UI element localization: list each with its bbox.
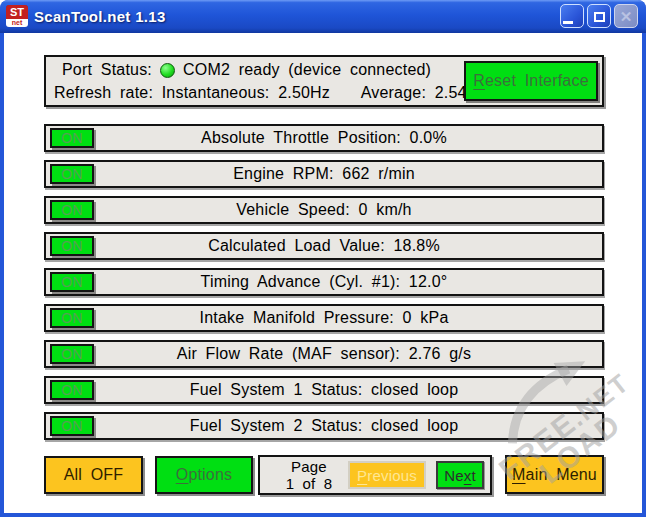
next-label-post: t [471,467,475,484]
window-controls: ✕ [560,4,638,28]
previous-button[interactable]: Previous [348,461,426,489]
sensor-row: ON Fuel System 2 Status: closed loop [44,412,604,440]
port-status-label: Port Status: [62,61,152,79]
sensor-label: Vehicle Speed: 0 km/h [46,198,602,222]
maximize-icon [594,12,605,22]
sensor-row: ON Fuel System 1 Status: closed loop [44,376,604,404]
app-icon-text: ST [6,5,28,19]
minimize-button[interactable] [560,4,584,28]
client-area: Port Status: COM2 ready (device connecte… [4,33,642,513]
close-button[interactable]: ✕ [614,4,638,28]
sensor-label: Air Flow Rate (MAF sensor): 2.76 g/s [46,342,602,366]
main-menu-mnemonic: M [512,466,526,483]
next-button[interactable]: Next [436,461,484,489]
port-status-value: COM2 ready (device connected) [183,61,431,79]
port-status-panel: Port Status: COM2 ready (device connecte… [44,55,604,107]
sensor-row: ON Intake Manifold Pressure: 0 kPa [44,304,604,332]
reset-button-label: eset Interface [485,72,589,89]
main-menu-button[interactable]: Main Menu [505,455,604,494]
close-icon: ✕ [620,9,633,24]
window-title: ScanTool.net 1.13 [34,0,166,33]
all-off-button[interactable]: All OFF [44,456,143,494]
page-panel: Page 1 of 8 Previous Next [258,455,492,495]
page-label: Page [272,458,346,475]
app-icon-subtext: net [6,19,28,27]
sensor-label: Calculated Load Value: 18.8% [46,234,602,258]
sensor-label: Fuel System 1 Status: closed loop [46,378,602,402]
status-led-icon [160,63,175,78]
title-bar[interactable]: ST net ScanTool.net 1.13 ✕ [0,0,646,33]
maximize-button[interactable] [587,4,611,28]
sensor-label: Engine RPM: 662 r/min [46,162,602,186]
port-status-line: Port Status: COM2 ready (device connecte… [62,61,431,79]
sensor-row: ON Vehicle Speed: 0 km/h [44,196,604,224]
sensor-label: Intake Manifold Pressure: 0 kPa [46,306,602,330]
sensor-label: Absolute Throttle Position: 0.0% [46,126,602,150]
sensor-row: ON Air Flow Rate (MAF sensor): 2.76 g/s [44,340,604,368]
page-value: 1 of 8 [272,475,346,492]
minimize-icon [563,21,573,24]
options-label: ptions [188,466,232,483]
app-window: ST net ScanTool.net 1.13 ✕ Port Status: … [0,0,646,517]
reset-button-mnemonic: R [473,72,485,89]
previous-mnemonic: P [357,467,367,484]
reset-interface-button[interactable]: Reset Interface [464,61,598,101]
refresh-rate-line: Refresh rate: Instantaneous: 2.50Hz Aver… [54,84,487,102]
page-indicator: Page 1 of 8 [272,458,346,492]
main-menu-label: ain Menu [526,466,597,483]
sensor-row: ON Absolute Throttle Position: 0.0% [44,124,604,152]
options-button[interactable]: Options [155,456,253,494]
refresh-rate-label: Refresh rate: Instantaneous: 2.50Hz [54,84,330,101]
sensor-label: Timing Advance (Cyl. #1): 12.0° [46,270,602,294]
sensor-row: ON Engine RPM: 662 r/min [44,160,604,188]
sensor-row: ON Calculated Load Value: 18.8% [44,232,604,260]
sensor-row: ON Timing Advance (Cyl. #1): 12.0° [44,268,604,296]
sensor-label: Fuel System 2 Status: closed loop [46,414,602,438]
options-mnemonic: O [176,466,189,483]
previous-label: revious [367,467,417,484]
next-label-pre: Ne [444,467,464,484]
app-icon[interactable]: ST net [6,5,28,27]
